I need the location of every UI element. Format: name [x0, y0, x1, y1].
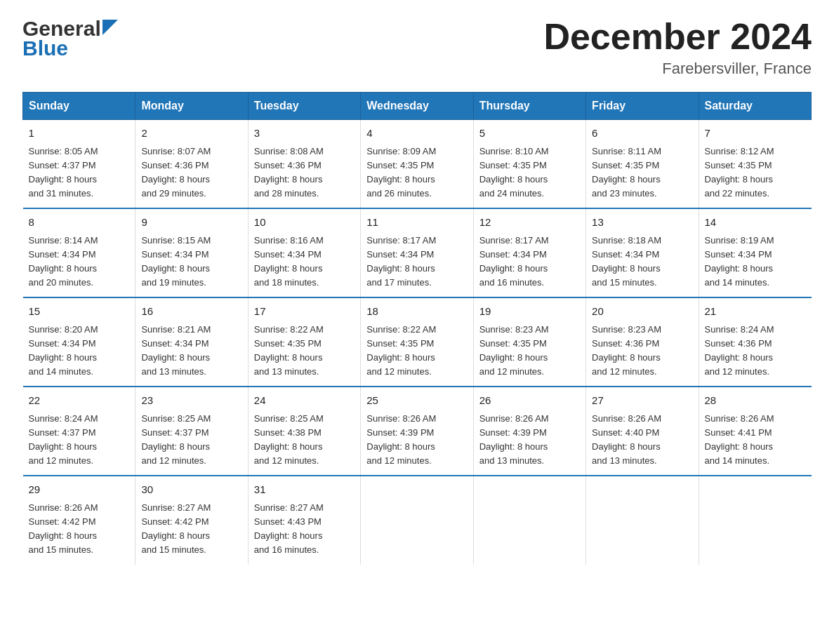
- day-number: 29: [29, 482, 130, 498]
- day-info: Sunrise: 8:23 AMSunset: 4:36 PMDaylight:…: [592, 323, 692, 380]
- calendar-day-cell: 12Sunrise: 8:17 AMSunset: 4:34 PMDayligh…: [473, 208, 585, 297]
- calendar-day-cell: 31Sunrise: 8:27 AMSunset: 4:43 PMDayligh…: [248, 476, 360, 564]
- day-info: Sunrise: 8:26 AMSunset: 4:41 PMDaylight:…: [705, 412, 806, 469]
- day-info: Sunrise: 8:21 AMSunset: 4:34 PMDaylight:…: [141, 323, 241, 380]
- calendar-day-cell: [586, 476, 699, 564]
- calendar-day-cell: 4Sunrise: 8:09 AMSunset: 4:35 PMDaylight…: [361, 120, 473, 209]
- calendar-day-cell: 30Sunrise: 8:27 AMSunset: 4:42 PMDayligh…: [135, 476, 248, 564]
- calendar-day-cell: 10Sunrise: 8:16 AMSunset: 4:34 PMDayligh…: [248, 208, 360, 297]
- day-info: Sunrise: 8:07 AMSunset: 4:36 PMDaylight:…: [141, 145, 241, 201]
- page-header: General Blue December 2024 Farebersville…: [22, 17, 812, 78]
- logo-triangle-icon: [102, 20, 118, 35]
- calendar-day-cell: 20Sunrise: 8:23 AMSunset: 4:36 PMDayligh…: [586, 297, 699, 387]
- calendar-day-cell: 26Sunrise: 8:26 AMSunset: 4:39 PMDayligh…: [473, 387, 585, 476]
- col-wednesday: Wednesday: [361, 93, 473, 120]
- day-number: 2: [141, 126, 241, 142]
- day-number: 24: [254, 393, 355, 409]
- day-info: Sunrise: 8:22 AMSunset: 4:35 PMDaylight:…: [254, 323, 355, 380]
- calendar-day-cell: 7Sunrise: 8:12 AMSunset: 4:35 PMDaylight…: [699, 120, 811, 209]
- day-info: Sunrise: 8:15 AMSunset: 4:34 PMDaylight:…: [141, 234, 241, 290]
- calendar-day-cell: 29Sunrise: 8:26 AMSunset: 4:42 PMDayligh…: [23, 476, 135, 564]
- day-number: 23: [141, 393, 241, 409]
- day-info: Sunrise: 8:09 AMSunset: 4:35 PMDaylight:…: [366, 145, 467, 201]
- day-number: 4: [366, 126, 467, 142]
- location-subtitle: Farebersviller, France: [543, 60, 812, 78]
- day-number: 25: [366, 393, 467, 409]
- month-year-title: December 2024: [543, 17, 812, 57]
- day-number: 30: [141, 482, 241, 498]
- logo: General Blue: [22, 17, 118, 60]
- col-sunday: Sunday: [23, 93, 135, 120]
- day-info: Sunrise: 8:14 AMSunset: 4:34 PMDaylight:…: [29, 234, 130, 290]
- calendar-day-cell: [361, 476, 473, 564]
- calendar-day-cell: 23Sunrise: 8:25 AMSunset: 4:37 PMDayligh…: [135, 387, 248, 476]
- calendar-day-cell: 21Sunrise: 8:24 AMSunset: 4:36 PMDayligh…: [699, 297, 811, 387]
- day-number: 22: [29, 393, 130, 409]
- day-info: Sunrise: 8:25 AMSunset: 4:38 PMDaylight:…: [254, 412, 355, 469]
- day-number: 7: [705, 126, 806, 142]
- day-number: 15: [29, 304, 130, 320]
- calendar-day-cell: 17Sunrise: 8:22 AMSunset: 4:35 PMDayligh…: [248, 297, 360, 387]
- day-info: Sunrise: 8:24 AMSunset: 4:37 PMDaylight:…: [29, 412, 130, 469]
- day-info: Sunrise: 8:19 AMSunset: 4:34 PMDaylight:…: [705, 234, 806, 290]
- col-tuesday: Tuesday: [248, 93, 360, 120]
- calendar-day-cell: 2Sunrise: 8:07 AMSunset: 4:36 PMDaylight…: [135, 120, 248, 209]
- day-info: Sunrise: 8:26 AMSunset: 4:39 PMDaylight:…: [366, 412, 467, 469]
- day-number: 3: [254, 126, 355, 142]
- day-number: 20: [592, 304, 692, 320]
- calendar-table: Sunday Monday Tuesday Wednesday Thursday…: [22, 92, 812, 564]
- svg-marker-0: [102, 20, 118, 35]
- day-number: 5: [479, 126, 580, 142]
- day-info: Sunrise: 8:10 AMSunset: 4:35 PMDaylight:…: [479, 145, 580, 201]
- day-info: Sunrise: 8:17 AMSunset: 4:34 PMDaylight:…: [479, 234, 580, 290]
- day-number: 28: [705, 393, 806, 409]
- calendar-day-cell: 19Sunrise: 8:23 AMSunset: 4:35 PMDayligh…: [473, 297, 585, 387]
- calendar-day-cell: 6Sunrise: 8:11 AMSunset: 4:35 PMDaylight…: [586, 120, 699, 209]
- day-info: Sunrise: 8:24 AMSunset: 4:36 PMDaylight:…: [705, 323, 806, 380]
- calendar-header-row: Sunday Monday Tuesday Wednesday Thursday…: [23, 93, 812, 120]
- calendar-week-row: 29Sunrise: 8:26 AMSunset: 4:42 PMDayligh…: [23, 476, 812, 564]
- calendar-day-cell: 25Sunrise: 8:26 AMSunset: 4:39 PMDayligh…: [361, 387, 473, 476]
- day-info: Sunrise: 8:16 AMSunset: 4:34 PMDaylight:…: [254, 234, 355, 290]
- day-info: Sunrise: 8:17 AMSunset: 4:34 PMDaylight:…: [366, 234, 467, 290]
- calendar-day-cell: 13Sunrise: 8:18 AMSunset: 4:34 PMDayligh…: [586, 208, 699, 297]
- day-number: 26: [479, 393, 580, 409]
- day-number: 12: [479, 215, 580, 231]
- calendar-day-cell: 1Sunrise: 8:05 AMSunset: 4:37 PMDaylight…: [23, 120, 135, 209]
- day-number: 13: [592, 215, 692, 231]
- col-friday: Friday: [586, 93, 699, 120]
- calendar-week-row: 15Sunrise: 8:20 AMSunset: 4:34 PMDayligh…: [23, 297, 812, 387]
- day-info: Sunrise: 8:05 AMSunset: 4:37 PMDaylight:…: [29, 145, 130, 201]
- day-number: 14: [705, 215, 806, 231]
- day-number: 27: [592, 393, 692, 409]
- calendar-day-cell: 22Sunrise: 8:24 AMSunset: 4:37 PMDayligh…: [23, 387, 135, 476]
- calendar-week-row: 8Sunrise: 8:14 AMSunset: 4:34 PMDaylight…: [23, 208, 812, 297]
- day-number: 31: [254, 482, 355, 498]
- day-info: Sunrise: 8:08 AMSunset: 4:36 PMDaylight:…: [254, 145, 355, 201]
- day-info: Sunrise: 8:12 AMSunset: 4:35 PMDaylight:…: [705, 145, 806, 201]
- calendar-day-cell: 15Sunrise: 8:20 AMSunset: 4:34 PMDayligh…: [23, 297, 135, 387]
- day-number: 17: [254, 304, 355, 320]
- col-monday: Monday: [135, 93, 248, 120]
- day-number: 21: [705, 304, 806, 320]
- calendar-day-cell: 14Sunrise: 8:19 AMSunset: 4:34 PMDayligh…: [699, 208, 811, 297]
- day-number: 18: [366, 304, 467, 320]
- calendar-day-cell: 28Sunrise: 8:26 AMSunset: 4:41 PMDayligh…: [699, 387, 811, 476]
- calendar-day-cell: 11Sunrise: 8:17 AMSunset: 4:34 PMDayligh…: [361, 208, 473, 297]
- calendar-day-cell: 24Sunrise: 8:25 AMSunset: 4:38 PMDayligh…: [248, 387, 360, 476]
- day-info: Sunrise: 8:27 AMSunset: 4:42 PMDaylight:…: [141, 501, 241, 558]
- day-number: 16: [141, 304, 241, 320]
- day-number: 1: [29, 126, 130, 142]
- day-info: Sunrise: 8:22 AMSunset: 4:35 PMDaylight:…: [366, 323, 467, 380]
- day-info: Sunrise: 8:23 AMSunset: 4:35 PMDaylight:…: [479, 323, 580, 380]
- col-thursday: Thursday: [473, 93, 585, 120]
- day-number: 10: [254, 215, 355, 231]
- calendar-day-cell: 3Sunrise: 8:08 AMSunset: 4:36 PMDaylight…: [248, 120, 360, 209]
- day-info: Sunrise: 8:25 AMSunset: 4:37 PMDaylight:…: [141, 412, 241, 469]
- calendar-day-cell: 5Sunrise: 8:10 AMSunset: 4:35 PMDaylight…: [473, 120, 585, 209]
- calendar-day-cell: 18Sunrise: 8:22 AMSunset: 4:35 PMDayligh…: [361, 297, 473, 387]
- day-info: Sunrise: 8:26 AMSunset: 4:42 PMDaylight:…: [29, 501, 130, 558]
- calendar-day-cell: [699, 476, 811, 564]
- calendar-week-row: 22Sunrise: 8:24 AMSunset: 4:37 PMDayligh…: [23, 387, 812, 476]
- day-info: Sunrise: 8:20 AMSunset: 4:34 PMDaylight:…: [29, 323, 130, 380]
